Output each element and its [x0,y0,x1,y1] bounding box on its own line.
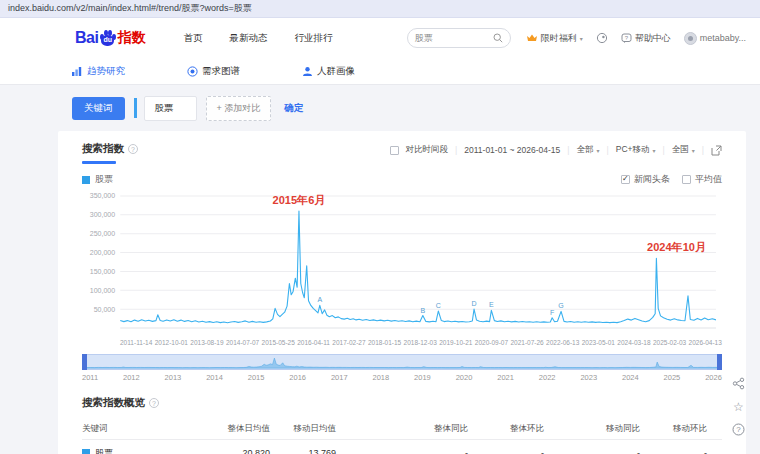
share-icon[interactable] [731,376,746,391]
separator: | [567,145,569,155]
logo-text-suffix: 指数 [117,29,145,47]
avatar [684,32,697,45]
x-tick-label: 2011-11-14 [120,339,152,346]
theme-icon[interactable] [596,32,608,44]
chevron-down-icon: ▾ [580,35,583,42]
x-tick-label: 2014-07-07 [226,339,259,346]
chevron-down-icon: ▾ [653,147,656,154]
cell-overall-mom: - [470,448,546,454]
chart-annotation: 2015年6月 [273,194,326,206]
x-tick-label: 2018-12-03 [404,339,437,346]
trend-help-icon[interactable]: ? [128,144,138,154]
x-axis-labels: 2011-11-142012-10-012013-08-192014-07-07… [120,339,722,346]
person-icon [302,66,313,77]
search-input[interactable]: 股票 [407,28,511,48]
x-tick-label: 2025-02-03 [653,339,686,346]
average-label: 平均值 [695,173,722,186]
baidu-paw-icon: du [99,30,116,46]
compare-time-checkbox[interactable] [390,146,399,155]
year-label: 2011 [82,373,98,382]
cell-mobile-yoy: - [546,448,642,454]
trend-title: 搜索指数 [82,142,124,156]
trend-line [120,211,716,323]
nav-item-home[interactable]: 首页 [183,32,202,45]
main-nav: 首页 最新动态 行业排行 [183,32,332,45]
header: Bai du 指数 首页 最新动态 行业排行 股票 限时福利 ▾ ? 帮助中心 … [0,18,760,58]
nav-item-ranking[interactable]: 行业排行 [294,32,332,45]
slider-handle-left[interactable] [82,354,87,370]
year-label: 2025 [664,373,681,382]
search-icon[interactable] [493,33,503,43]
col-mobile-mom: 移动环比 [642,423,709,435]
keyword-chip[interactable]: 股票 [144,96,197,121]
x-tick-label: 2017-02-27 [332,339,365,346]
x-tick-label: 2021-07-26 [510,339,543,346]
x-tick-label: 2023-05-01 [582,339,615,346]
tab-label: 需求图谱 [202,65,240,78]
row-color-swatch [82,449,90,454]
x-tick-label: 2022-06-13 [546,339,579,346]
add-compare-button[interactable]: + 添加对比 [206,96,272,121]
region-filter[interactable]: 全国▾ [672,144,695,156]
average-checkbox[interactable] [682,175,691,184]
overview-help-icon[interactable]: ? [149,398,159,408]
year-label: 2023 [580,373,597,382]
x-tick-label: 2020-09-07 [475,339,508,346]
legend-keyword[interactable]: 股票 [82,173,113,186]
feedback-help-icon[interactable]: ? [731,422,746,437]
compare-time-label: 对比时间段 [406,144,449,156]
year-label: 2012 [123,373,140,382]
tab-audience-profile[interactable]: 人群画像 [302,65,355,78]
search-value: 股票 [415,32,433,45]
trend-card: 搜索指数 ? 对比时间段 | 2011-01-01 ~ 2026-04-15 |… [58,131,746,454]
baidu-index-logo[interactable]: Bai du 指数 [75,29,145,47]
trend-chart[interactable]: 350,000300,000250,000200,000150,000100,0… [82,188,722,338]
year-label: 2026 [705,373,722,382]
export-icon[interactable] [711,145,722,156]
favorite-star-icon[interactable]: ☆ [731,399,746,414]
col-mobile-yoy: 移动同比 [546,423,642,435]
address-bar[interactable]: index.baidu.com/v2/main/index.html#/tren… [0,0,760,18]
trend-chart-area: 350,000300,000250,000200,000150,000100,0… [82,188,722,346]
col-keyword: 关键词 [82,423,202,435]
slider-handle-right[interactable] [717,354,722,370]
device-filter[interactable]: PC+移动▾ [616,144,656,156]
trend-chart-icon [72,66,83,76]
average-toggle[interactable]: 平均值 [682,173,722,186]
cell-mobile-mom: - [642,448,709,454]
col-overall-yoy: 整体同比 [338,423,470,435]
source-filter[interactable]: 全部▾ [577,144,600,156]
demand-graph-icon [187,66,198,77]
year-label: 2020 [456,373,473,382]
help-center[interactable]: ? 帮助中心 [621,32,671,45]
col-overall-daily: 整体日均值 [202,423,272,435]
news-checkbox[interactable] [621,175,630,184]
year-label: 2013 [165,373,182,382]
help-bubble-icon: ? [621,33,632,44]
promo-menu[interactable]: 限时福利 ▾ [526,32,583,45]
time-range-slider[interactable] [82,354,722,370]
crown-icon [526,33,538,43]
year-label: 2018 [373,373,390,382]
tab-demand-graph[interactable]: 需求图谱 [187,65,240,78]
news-toggle[interactable]: 新闻头条 [621,173,670,186]
chart-marker-E: E [489,301,494,308]
date-range-selector[interactable]: 2011-01-01 ~ 2026-04-15 [464,145,560,155]
col-mobile-daily: 移动日均值 [272,423,338,435]
col-overall-mom: 整体环比 [470,423,546,435]
separator: | [455,145,457,155]
y-tick-label: 250,000 [90,230,116,237]
y-tick-label: 300,000 [90,211,116,218]
tab-trend-research[interactable]: 趋势研究 [72,65,125,78]
user-menu[interactable]: metababy... [684,32,746,45]
x-tick-label: 2016-04-11 [297,339,330,346]
nav-item-news[interactable]: 最新动态 [229,32,267,45]
confirm-button[interactable]: 确定 [284,102,303,115]
x-tick-label: 2019-10-21 [439,339,472,346]
promo-label: 限时福利 [541,32,577,45]
chevron-down-icon: ▾ [692,147,695,154]
year-label: 2014 [206,373,223,382]
chart-marker-F: F [550,309,554,316]
year-label: 2016 [289,373,306,382]
section-tabs: 趋势研究 需求图谱 人群画像 [0,58,760,85]
